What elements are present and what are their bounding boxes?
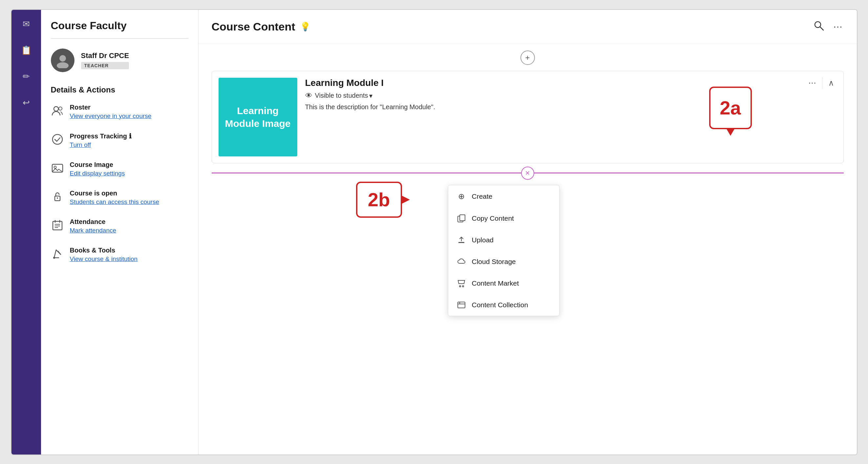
svg-point-23 xyxy=(462,286,464,287)
module-thumbnail-text: Learning Module Image xyxy=(219,101,297,133)
main-title-row: Course Content 💡 xyxy=(212,20,310,33)
create-icon: ⊕ xyxy=(456,192,467,201)
svg-point-2 xyxy=(54,107,58,111)
main-content: Course Content 💡 ⋯ + xyxy=(198,10,857,455)
module-card-actions: ⋯ ∧ xyxy=(806,77,837,89)
svg-rect-21 xyxy=(459,242,464,243)
dropdown-label-create: Create xyxy=(472,193,493,200)
svg-point-8 xyxy=(57,197,58,199)
nav-icon-mail[interactable]: ✉ xyxy=(19,16,34,32)
callout-2a: 2a xyxy=(709,87,752,129)
module-info: Learning Module I 👁 Visible to students … xyxy=(305,78,836,157)
search-button[interactable] xyxy=(812,19,825,34)
card-divider xyxy=(822,77,823,89)
course-open-label: Course is open xyxy=(70,190,159,197)
svg-rect-19 xyxy=(460,215,465,221)
separator-circle-button[interactable]: ✕ xyxy=(521,167,534,180)
books-label: Books & Tools xyxy=(70,246,138,254)
bulb-icon: 💡 xyxy=(300,22,310,32)
eye-icon: 👁 xyxy=(305,92,312,100)
separator-line-row: ✕ xyxy=(212,163,844,183)
module-description: This is the description for "Learning Mo… xyxy=(305,103,836,111)
dropdown-label-copy: Copy Content xyxy=(472,214,514,222)
roster-label: Roster xyxy=(70,104,152,111)
roster-icon xyxy=(51,104,64,118)
main-header: Course Content 💡 ⋯ xyxy=(198,10,857,44)
svg-rect-24 xyxy=(458,302,465,308)
module-more-options[interactable]: ⋯ xyxy=(806,77,819,89)
market-icon xyxy=(456,279,467,288)
more-options-button[interactable]: ⋯ xyxy=(832,20,844,33)
dropdown-item-create[interactable]: ⊕ Create xyxy=(448,185,559,207)
progress-link[interactable]: Turn off xyxy=(70,141,132,148)
attendance-link[interactable]: Mark attendance xyxy=(70,227,117,234)
dropdown-label-collection: Content Collection xyxy=(472,301,528,309)
books-link[interactable]: View course & institution xyxy=(70,256,138,263)
user-section: Staff Dr CPCE TEACHER xyxy=(51,48,188,72)
svg-line-17 xyxy=(820,27,824,30)
user-info: Staff Dr CPCE TEACHER xyxy=(81,52,129,69)
header-actions: ⋯ xyxy=(812,19,844,34)
dropdown-item-upload[interactable]: Upload xyxy=(448,229,559,251)
visibility-dropdown[interactable]: Visible to students ▾ xyxy=(315,92,373,100)
dropdown-item-market[interactable]: Content Market xyxy=(448,272,559,294)
user-badge: TEACHER xyxy=(81,62,129,69)
upload-icon xyxy=(456,236,467,244)
left-panel: Course Faculty Staff Dr CPCE TEACHER Det… xyxy=(41,10,198,455)
books-icon xyxy=(51,247,64,260)
content-area: + Learning Module Image Learning Module … xyxy=(198,44,857,455)
nav-icon-notes[interactable]: 📋 xyxy=(19,43,34,58)
nav-icon-back[interactable]: ↩ xyxy=(19,95,34,111)
separator-section: ✕ xyxy=(212,163,844,183)
copy-icon xyxy=(456,214,467,223)
action-item-course-image: Course Image Edit display settings xyxy=(51,161,188,177)
dropdown-item-collection[interactable]: Content Collection xyxy=(448,294,559,316)
svg-point-1 xyxy=(57,62,69,68)
chevron-down-icon: ▾ xyxy=(369,92,372,100)
top-add-button[interactable]: + xyxy=(521,51,535,65)
dropdown-menu: ⊕ Create Copy Content xyxy=(448,185,560,316)
course-open-link[interactable]: Students can access this course xyxy=(70,198,159,206)
dropdown-item-copy[interactable]: Copy Content xyxy=(448,207,559,229)
roster-link[interactable]: View everyone in your course xyxy=(70,112,152,120)
attendance-content: Attendance Mark attendance xyxy=(70,218,117,234)
svg-point-3 xyxy=(59,107,62,110)
app-window: ✉ 📋 ✏ ↩ Course Faculty Staff Dr CPCE TEA… xyxy=(11,9,858,455)
module-visibility: 👁 Visible to students ▾ xyxy=(305,92,836,100)
module-title: Learning Module I xyxy=(305,78,836,88)
dropdown-item-cloud[interactable]: Cloud Storage xyxy=(448,251,559,272)
course-open-icon xyxy=(51,190,64,203)
svg-point-6 xyxy=(54,166,56,168)
callout-2b-label: 2b xyxy=(368,189,390,210)
dropdown-label-cloud: Cloud Storage xyxy=(472,258,516,266)
nav-icon-edit[interactable]: ✏ xyxy=(19,69,34,85)
course-image-content: Course Image Edit display settings xyxy=(70,161,125,177)
action-item-books: Books & Tools View course & institution xyxy=(51,246,188,263)
collection-icon xyxy=(456,301,467,309)
svg-point-0 xyxy=(59,55,66,62)
avatar xyxy=(51,48,74,72)
svg-point-15 xyxy=(53,257,55,259)
course-image-icon xyxy=(51,162,64,175)
callout-2b: 2b xyxy=(356,182,402,218)
action-item-progress: Progress Tracking ℹ Turn off xyxy=(51,132,188,148)
course-image-link[interactable]: Edit display settings xyxy=(70,170,125,177)
module-thumbnail: Learning Module Image xyxy=(219,78,297,157)
panel-divider xyxy=(51,38,188,39)
roster-content: Roster View everyone in your course xyxy=(70,104,152,120)
top-add-row: + xyxy=(212,51,844,65)
nav-sidebar: ✉ 📋 ✏ ↩ xyxy=(11,10,41,455)
progress-content: Progress Tracking ℹ Turn off xyxy=(70,132,132,148)
attendance-icon xyxy=(51,219,64,232)
action-item-attendance: Attendance Mark attendance xyxy=(51,218,188,234)
user-name: Staff Dr CPCE xyxy=(81,52,129,60)
progress-label: Progress Tracking ℹ xyxy=(70,132,132,140)
module-collapse[interactable]: ∧ xyxy=(826,77,837,89)
cloud-icon xyxy=(456,257,467,266)
course-open-content: Course is open Students can access this … xyxy=(70,190,159,206)
dropdown-label-market: Content Market xyxy=(472,279,519,287)
svg-point-22 xyxy=(459,286,461,287)
action-item-roster: Roster View everyone in your course xyxy=(51,104,188,120)
books-content: Books & Tools View course & institution xyxy=(70,246,138,263)
visibility-label: Visible to students xyxy=(315,92,368,99)
